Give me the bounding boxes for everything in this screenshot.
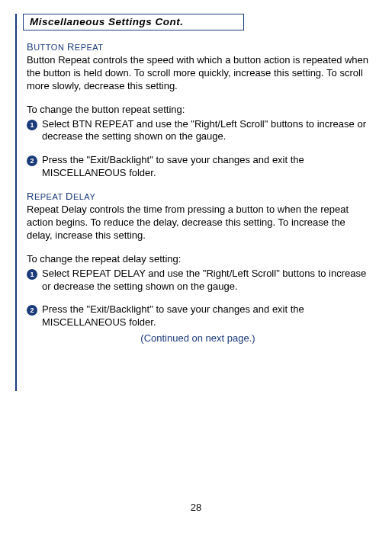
step-number-icon: 1 (27, 120, 37, 130)
step-number-icon: 1 (27, 269, 37, 280)
step-1: 1 Select REPEAT DELAY and use the "Right… (27, 268, 369, 293)
step-text: Press the "Exit/Backlight" to save your … (42, 154, 369, 180)
page-number: 28 (0, 502, 392, 513)
body-text: Button Repeat controls the speed with wh… (27, 54, 369, 93)
body-text: Repeat Delay controls the time from pres… (27, 204, 369, 242)
page-content: Miscellaneous Settings Cont. BUTTON REPE… (0, 0, 392, 344)
header-title: Miscellaneous Settings Cont. (30, 16, 237, 27)
step-text: Press the "Exit/Backlight" to save your … (42, 303, 369, 329)
continued-note: (Continued on next page.) (27, 332, 369, 344)
intro-line: To change the button repeat setting: (27, 104, 369, 117)
section-heading-repeat-delay: REPEAT DELAY (27, 191, 369, 202)
step-number-icon: 2 (27, 156, 37, 166)
step-2: 2 Press the "Exit/Backlight" to save you… (27, 154, 369, 180)
left-vertical-rule (15, 14, 17, 391)
step-1: 1 Select BTN REPEAT and use the "Right/L… (27, 118, 369, 144)
step-text: Select REPEAT DELAY and use the "Right/L… (42, 268, 369, 293)
section-heading-button-repeat: BUTTON REPEAT (27, 41, 369, 53)
header-box: Miscellaneous Settings Cont. (23, 14, 244, 30)
step-number-icon: 2 (27, 305, 37, 316)
step-2: 2 Press the "Exit/Backlight" to save you… (27, 303, 369, 329)
intro-line: To change the repeat delay setting: (27, 253, 369, 266)
step-text: Select BTN REPEAT and use the "Right/Lef… (42, 118, 369, 144)
